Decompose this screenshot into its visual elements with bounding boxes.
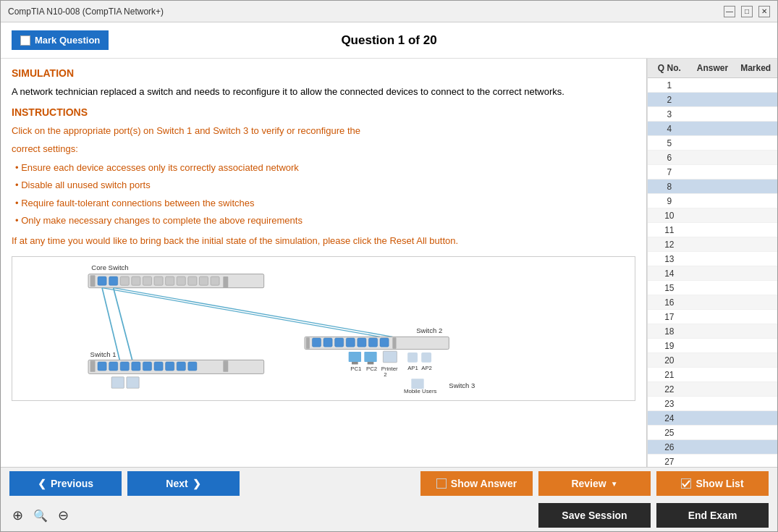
sidebar-cell-marked — [734, 316, 777, 318]
sidebar-row[interactable]: 15 — [648, 281, 777, 295]
sidebar-row[interactable]: 10 — [648, 208, 777, 223]
sidebar-row[interactable]: 6 — [648, 151, 777, 165]
sidebar-cell-marked — [734, 258, 777, 261]
sidebar-cell-qno: 2 — [648, 93, 691, 106]
network-diagram[interactable]: Core Switch — [12, 256, 635, 401]
sidebar-row[interactable]: 17 — [648, 310, 777, 324]
svg-rect-3 — [98, 276, 106, 285]
zoom-out-button[interactable]: ⊖ — [55, 506, 72, 525]
sidebar-row[interactable]: 22 — [648, 382, 777, 397]
sidebar-cell-answer — [691, 417, 735, 420]
save-session-label: Save Session — [562, 510, 627, 521]
mark-question-button[interactable]: Mark Question — [12, 30, 109, 50]
question-title: Question 1 of 20 — [341, 33, 436, 48]
svg-rect-49 — [98, 362, 106, 371]
bullet-item-1: • Ensure each device accesses only its c… — [12, 161, 635, 175]
svg-rect-25 — [346, 338, 355, 347]
sidebar-cell-qno: 1 — [648, 79, 691, 92]
zoom-in-button[interactable]: ⊕ — [9, 506, 26, 525]
svg-rect-6 — [132, 276, 140, 285]
title-bar: CompTIA N10-008 (CompTIA Network+) — □ ✕ — [1, 1, 777, 22]
sidebar-cell-answer — [691, 127, 735, 130]
sidebar-row[interactable]: 1 — [648, 78, 777, 93]
sidebar-cell-qno: 3 — [648, 108, 691, 121]
sidebar-cell-qno: 15 — [648, 282, 691, 295]
sidebar-row[interactable]: 7 — [648, 165, 777, 180]
svg-rect-13 — [211, 276, 219, 285]
sidebar-cell-marked — [734, 373, 777, 376]
sidebar-row[interactable]: 23 — [648, 397, 777, 411]
maximize-button[interactable]: □ — [741, 6, 753, 17]
sidebar-cell-marked — [734, 417, 777, 420]
review-dropdown-icon: ▼ — [611, 480, 618, 488]
sidebar-row[interactable]: 27 — [648, 455, 777, 467]
svg-line-18 — [114, 288, 393, 337]
sidebar-row[interactable]: 24 — [648, 411, 777, 426]
close-button[interactable]: ✕ — [758, 6, 770, 17]
sidebar-row[interactable]: 20 — [648, 353, 777, 368]
sidebar-cell-marked — [734, 431, 777, 434]
svg-rect-55 — [166, 362, 174, 371]
sidebar-cell-answer — [691, 185, 735, 188]
sidebar-row[interactable]: 21 — [648, 368, 777, 382]
sidebar-row[interactable]: 8 — [648, 180, 777, 194]
minimize-button[interactable]: — — [724, 6, 735, 17]
svg-text:PC1: PC1 — [350, 366, 361, 372]
show-answer-checkbox-icon — [436, 478, 447, 489]
end-exam-button[interactable]: End Exam — [656, 503, 769, 528]
sidebar-cell-answer — [691, 229, 735, 232]
sidebar-cell-marked — [734, 142, 777, 145]
previous-label: Previous — [51, 478, 93, 489]
save-session-button[interactable]: Save Session — [538, 503, 651, 528]
sidebar-row[interactable]: 14 — [648, 266, 777, 281]
show-answer-button[interactable]: Show Answer — [420, 471, 533, 496]
sidebar-cell-marked — [734, 287, 777, 290]
bottom-container: ❮ Previous Next ❯ Show Answer Review ▼ S… — [1, 467, 777, 531]
sidebar-row[interactable]: 12 — [648, 237, 777, 252]
show-list-button[interactable]: Show List — [656, 471, 769, 496]
sidebar-row[interactable]: 25 — [648, 426, 777, 440]
sidebar-cell-answer — [691, 402, 735, 405]
zoom-reset-button[interactable]: 🔍 — [30, 507, 51, 524]
sidebar-row[interactable]: 18 — [648, 324, 777, 339]
sidebar-cell-qno: 25 — [648, 426, 691, 439]
instructions-label: INSTRUCTIONS — [12, 106, 635, 118]
svg-line-15 — [102, 288, 119, 360]
sidebar-cell-marked — [734, 156, 777, 159]
next-button[interactable]: Next ❯ — [127, 471, 240, 496]
svg-rect-51 — [120, 362, 129, 371]
header-bar: Mark Question Question 1 of 20 — [1, 22, 777, 59]
sidebar-row[interactable]: 16 — [648, 295, 777, 310]
svg-text:Switch 3: Switch 3 — [449, 381, 475, 389]
svg-rect-23 — [324, 338, 332, 347]
sidebar-row[interactable]: 26 — [648, 440, 777, 455]
sidebar-row[interactable]: 19 — [648, 339, 777, 353]
sidebar-row[interactable]: 2 — [648, 93, 777, 107]
sidebar-row[interactable]: 5 — [648, 136, 777, 151]
sidebar-row[interactable]: 13 — [648, 252, 777, 266]
instruction-line2: correct settings: — [12, 142, 635, 156]
sidebar-cell-answer — [691, 287, 735, 290]
review-label: Review — [571, 478, 606, 489]
bottom-row-1: ❮ Previous Next ❯ Show Answer Review ▼ S… — [1, 468, 777, 499]
sidebar-row[interactable]: 3 — [648, 107, 777, 122]
svg-rect-57 — [188, 362, 197, 371]
review-button[interactable]: Review ▼ — [538, 471, 651, 496]
svg-rect-9 — [166, 276, 174, 285]
show-answer-label: Show Answer — [451, 478, 517, 489]
sidebar-row[interactable]: 11 — [648, 223, 777, 237]
sidebar-row[interactable]: 4 — [648, 122, 777, 136]
show-list-label: Show List — [695, 478, 743, 489]
sidebar-cell-marked — [734, 185, 777, 188]
sidebar-cell-marked — [734, 243, 777, 246]
mark-question-label: Mark Question — [35, 35, 100, 46]
reset-text: If at any time you would like to bring b… — [12, 234, 635, 248]
sidebar-row[interactable]: 9 — [648, 194, 777, 208]
sidebar-question-list: Q No. Answer Marked 12345678910111213141… — [647, 59, 777, 467]
sidebar-cell-qno: 18 — [648, 325, 691, 338]
sidebar-cell-qno: 19 — [648, 339, 691, 352]
previous-button[interactable]: ❮ Previous — [9, 471, 122, 496]
main-area: SIMULATION A network technician replaced… — [1, 59, 777, 467]
svg-rect-22 — [312, 338, 321, 347]
simulation-label: SIMULATION — [12, 67, 635, 79]
